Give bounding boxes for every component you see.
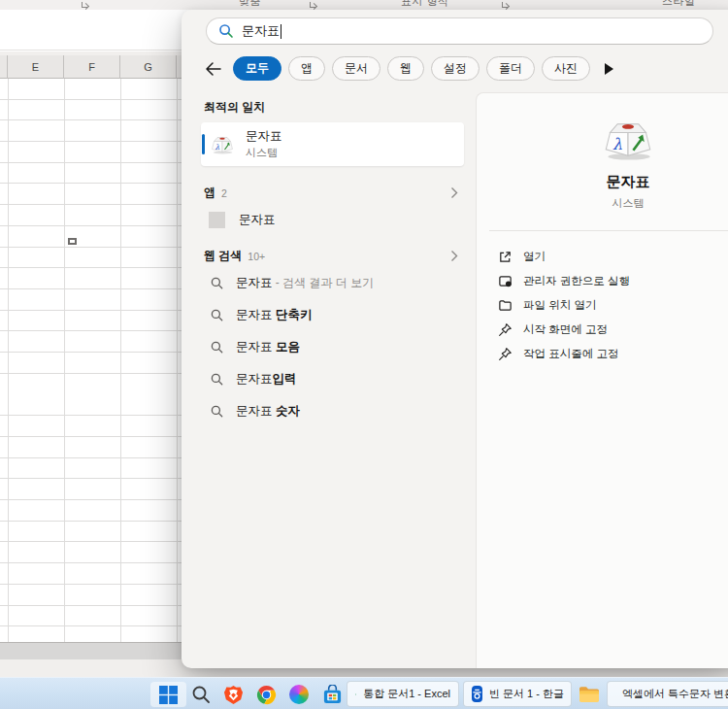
gridline	[177, 79, 178, 642]
column-header-f[interactable]: F	[64, 55, 120, 79]
preview-app-summary: λ 문자표 시스템	[477, 93, 728, 211]
folder-icon	[498, 298, 513, 313]
web-suggestion[interactable]: 문자표 숫자	[201, 398, 464, 423]
search-icon	[211, 405, 223, 418]
app-result-name: 문자표	[239, 212, 276, 228]
taskbar-search-button[interactable]	[189, 683, 213, 706]
preview-actions: 열기 관리자 권한으로 실행 파일 위치 열기	[498, 245, 630, 366]
action-label: 열기	[523, 250, 546, 264]
admin-icon	[498, 274, 513, 288]
ribbon-group-styles: 스타일	[662, 0, 696, 9]
copilot-button[interactable]	[287, 683, 311, 706]
search-icon	[211, 373, 223, 386]
chrome-button[interactable]	[254, 683, 278, 706]
column-header-e[interactable]: E	[8, 55, 64, 79]
svg-text:λ: λ	[612, 135, 623, 153]
search-icon	[211, 309, 223, 321]
action-label: 시작 화면에 고정	[523, 322, 608, 337]
search-query-text: 문자표	[242, 22, 280, 40]
dialog-launcher-icon[interactable]	[309, 1, 316, 9]
action-label: 관리자 권한으로 실행	[523, 274, 630, 288]
filter-documents[interactable]: 문서	[332, 56, 381, 81]
action-open-file-location[interactable]: 파일 위치 열기	[498, 293, 630, 318]
copilot-icon	[289, 685, 309, 704]
search-icon	[191, 685, 211, 704]
filter-web[interactable]: 웹	[387, 56, 424, 81]
apps-count: 2	[221, 187, 227, 199]
action-pin-to-start[interactable]: 시작 화면에 고정	[498, 318, 630, 342]
apps-header-label: 앱	[204, 185, 215, 201]
pin-icon	[498, 322, 513, 337]
window-title: 통합 문서1 - Excel	[363, 687, 450, 701]
back-button[interactable]	[203, 59, 222, 79]
preview-app-name: 문자표	[477, 173, 728, 191]
chrome-icon	[256, 685, 277, 705]
column-header-partial[interactable]	[0, 55, 8, 79]
action-open[interactable]: 열기	[498, 245, 630, 269]
store-icon	[322, 685, 343, 705]
web-header-label: 웹 검색	[204, 248, 242, 264]
chevron-right-icon[interactable]	[450, 250, 458, 262]
suggestion-hint: - 검색 결과 더 보기	[273, 275, 375, 291]
web-section-header[interactable]: 웹 검색 10+	[204, 248, 458, 264]
suggestion-completion: 숫자	[276, 403, 300, 420]
filter-apps[interactable]: 앱	[288, 56, 325, 81]
excel-ribbon-strip: 맞춤 표시 형식 스타일	[0, 0, 728, 10]
filter-all[interactable]: 모두	[233, 56, 281, 81]
search-flyout: 문자표 모두 앱 문서 웹 설정 폴더 사진 최적의 일치	[182, 10, 728, 668]
file-explorer-button[interactable]	[578, 683, 601, 706]
taskbar: X 통합 문서1 - Excel 빈 문서 1 - 한글	[0, 677, 728, 709]
suggestion-text: 문자표	[236, 307, 276, 323]
taskbar-window-edge[interactable]: 엑셀에서 특수문자 변환	[607, 681, 728, 707]
taskbar-window-hangul[interactable]: 빈 문서 1 - 한글	[463, 681, 572, 707]
open-icon	[498, 250, 513, 264]
web-count: 10+	[248, 251, 265, 262]
column-header-g[interactable]: G	[120, 55, 177, 79]
filter-folders[interactable]: 폴더	[486, 56, 535, 81]
action-pin-to-taskbar[interactable]: 작업 표시줄에 고정	[498, 342, 630, 366]
action-label: 작업 표시줄에 고정	[523, 347, 618, 361]
microsoft-store-button[interactable]	[320, 683, 344, 706]
character-map-icon: λ	[603, 118, 653, 161]
start-button[interactable]	[156, 683, 180, 706]
window-title: 빈 문서 1 - 한글	[489, 687, 564, 701]
action-label: 파일 위치 열기	[523, 298, 596, 313]
filters-overflow-icon[interactable]	[605, 63, 613, 75]
search-icon	[218, 23, 234, 39]
chevron-right-icon[interactable]	[450, 186, 458, 199]
svg-text:λ: λ	[215, 142, 220, 151]
search-icon	[211, 341, 223, 354]
gridline	[8, 79, 9, 642]
app-placeholder-icon	[209, 212, 225, 228]
search-icon	[211, 277, 223, 289]
sheet-object[interactable]	[68, 238, 77, 245]
search-input[interactable]: 문자표	[206, 17, 713, 45]
hangul-icon	[472, 686, 482, 702]
best-match-type: 시스템	[246, 146, 282, 160]
best-match-item[interactable]: λ 문자표 시스템	[201, 122, 464, 166]
taskbar-window-excel[interactable]: X 통합 문서1 - Excel	[347, 681, 459, 707]
suggestion-completion: 모음	[276, 339, 300, 355]
gridline	[120, 79, 121, 642]
brave-browser-button[interactable]	[221, 683, 245, 706]
web-suggestion[interactable]: 문자표 단축키	[201, 302, 464, 327]
apps-section-header[interactable]: 앱 2	[204, 185, 458, 201]
ribbon-group-align: 맞춤	[239, 0, 261, 9]
suggestion-completion: 단축키	[276, 307, 313, 323]
web-suggestion[interactable]: 문자표입력	[201, 366, 464, 391]
brave-icon	[223, 685, 244, 705]
dialog-launcher-icon[interactable]	[81, 1, 88, 9]
excel-icon: X	[355, 687, 356, 702]
gridline	[64, 79, 65, 642]
filter-photos[interactable]: 사진	[542, 56, 590, 81]
filter-settings[interactable]: 설정	[431, 56, 480, 81]
web-suggestion[interactable]: 문자표 - 검색 결과 더 보기	[201, 270, 464, 295]
filter-row: 모두 앱 문서 웹 설정 폴더 사진	[203, 55, 613, 82]
action-run-as-admin[interactable]: 관리자 권한으로 실행	[498, 269, 630, 293]
app-result-item[interactable]: 문자표	[201, 207, 464, 232]
text-caret	[281, 24, 281, 39]
web-suggestion[interactable]: 문자표 모음	[201, 334, 464, 359]
suggestion-completion: 입력	[273, 371, 297, 388]
suggestion-text: 문자표	[236, 371, 273, 388]
dialog-launcher-icon[interactable]	[501, 1, 509, 9]
